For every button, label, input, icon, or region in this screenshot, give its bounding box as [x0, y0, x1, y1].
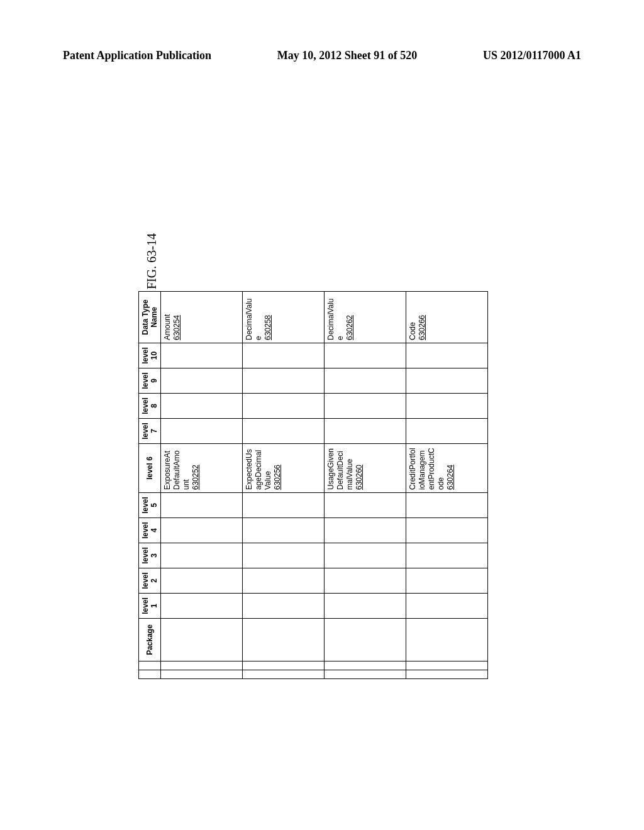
cell-l3: [161, 543, 243, 568]
dtn-text: DecimalValue: [326, 299, 345, 340]
cell-l6: ExposureAtDefaultAmount 630252: [161, 444, 243, 493]
cell-l3: [325, 543, 406, 568]
cell-pkg-a: [161, 670, 243, 679]
col-package-b: [139, 661, 161, 670]
col-package: Package: [139, 619, 161, 661]
dtn-text: DecimalValue: [245, 299, 263, 340]
cell-l10: [406, 343, 488, 368]
patent-page: Patent Application Publication May 10, 2…: [0, 0, 644, 830]
col-level-5: level 5: [139, 493, 161, 518]
cell-l2: [243, 568, 325, 594]
cell-pkg-a: [406, 670, 488, 679]
cell-l2: [406, 568, 488, 594]
cell-l8: [243, 394, 325, 419]
cell-pkg-b: [325, 661, 406, 670]
table-row: CreditPortfolioManagementProductCode 630…: [406, 292, 488, 679]
cell-l4: [325, 518, 406, 543]
cell-pkg-a: [325, 670, 406, 679]
cell-dtn: DecimalValue 630262: [325, 292, 406, 343]
dtn-text: Code: [408, 322, 417, 340]
cell-l9: [406, 368, 488, 394]
cell-pkg: [161, 619, 243, 661]
cell-l8: [161, 394, 243, 419]
dtn-ref: 630254: [172, 315, 181, 340]
cell-pkg: [406, 619, 488, 661]
dtn-ref: 630258: [264, 315, 272, 340]
page-header: Patent Application Publication May 10, 2…: [63, 49, 581, 62]
cell-l4: [406, 518, 488, 543]
cell-l7: [161, 419, 243, 444]
cell-l4: [243, 518, 325, 543]
table-body: ExposureAtDefaultAmount 630252 Amount 63…: [161, 292, 488, 679]
cell-l8: [325, 394, 406, 419]
cell-l5: [161, 493, 243, 518]
cell-l1: [406, 594, 488, 619]
col-level-8: level 8: [139, 394, 161, 419]
level6-ref: 630252: [191, 465, 200, 490]
cell-l3: [243, 543, 325, 568]
level6-text: UsageGivenDefaultDecimalValue: [326, 448, 354, 490]
level6-text: ExposureAtDefaultAmount: [163, 450, 191, 490]
table-header-row: Package level 1 level 2 level 3 level 4 …: [139, 292, 161, 679]
cell-l10: [161, 343, 243, 368]
cell-l7: [325, 419, 406, 444]
cell-l9: [161, 368, 243, 394]
cell-l8: [406, 394, 488, 419]
col-data-type-name: Data Type Name: [139, 292, 161, 343]
col-level-10: level 10: [139, 343, 161, 368]
cell-pkg-a: [243, 670, 325, 679]
cell-pkg-b: [243, 661, 325, 670]
dtn-ref: 630266: [418, 315, 426, 340]
cell-dtn: DecimalValue 630258: [243, 292, 325, 343]
cell-l10: [325, 343, 406, 368]
cell-dtn: Amount 630254: [161, 292, 243, 343]
col-level-7: level 7: [139, 419, 161, 444]
level6-ref: 630260: [355, 465, 364, 490]
cell-l1: [243, 594, 325, 619]
col-level-4: level 4: [139, 518, 161, 543]
cell-l2: [325, 568, 406, 594]
cell-l4: [161, 518, 243, 543]
table-row: ExpectedUsageDecimalValue 630256 Decimal…: [243, 292, 325, 679]
level6-text: CreditPortfolioManagementProductCode: [408, 448, 445, 490]
cell-l5: [325, 493, 406, 518]
level6-ref: 630256: [273, 465, 282, 490]
cell-dtn: Code 630266: [406, 292, 488, 343]
col-level-6: level 6: [139, 444, 161, 493]
table-row: ExposureAtDefaultAmount 630252 Amount 63…: [161, 292, 243, 679]
col-level-9: level 9: [139, 368, 161, 394]
figure-label: FIG. 63-14: [145, 233, 159, 289]
cell-pkg: [325, 619, 406, 661]
col-level-1: level 1: [139, 594, 161, 619]
cell-l7: [406, 419, 488, 444]
rotated-table-wrapper: Package level 1 level 2 level 3 level 4 …: [138, 291, 488, 679]
cell-l6: UsageGivenDefaultDecimalValue 630260: [325, 444, 406, 493]
cell-l9: [243, 368, 325, 394]
data-table: Package level 1 level 2 level 3 level 4 …: [138, 291, 488, 679]
cell-l2: [161, 568, 243, 594]
cell-pkg-b: [161, 661, 243, 670]
cell-l7: [243, 419, 325, 444]
cell-l6: CreditPortfolioManagementProductCode 630…: [406, 444, 488, 493]
cell-l10: [243, 343, 325, 368]
cell-l1: [161, 594, 243, 619]
col-package-a: [139, 670, 161, 679]
header-center: May 10, 2012 Sheet 91 of 520: [277, 49, 417, 62]
header-left: Patent Application Publication: [63, 49, 211, 62]
cell-l1: [325, 594, 406, 619]
header-right: US 2012/0117000 A1: [483, 49, 581, 62]
dtn-text: Amount: [163, 314, 172, 340]
dtn-ref: 630262: [345, 315, 354, 340]
level6-ref: 630264: [446, 465, 455, 490]
cell-l5: [243, 493, 325, 518]
cell-pkg: [243, 619, 325, 661]
col-level-3: level 3: [139, 543, 161, 568]
cell-l9: [325, 368, 406, 394]
table-row: UsageGivenDefaultDecimalValue 630260 Dec…: [325, 292, 406, 679]
cell-l6: ExpectedUsageDecimalValue 630256: [243, 444, 325, 493]
level6-text: ExpectedUsageDecimalValue: [245, 449, 272, 490]
cell-l3: [406, 543, 488, 568]
cell-pkg-b: [406, 661, 488, 670]
cell-l5: [406, 493, 488, 518]
col-level-2: level 2: [139, 568, 161, 594]
